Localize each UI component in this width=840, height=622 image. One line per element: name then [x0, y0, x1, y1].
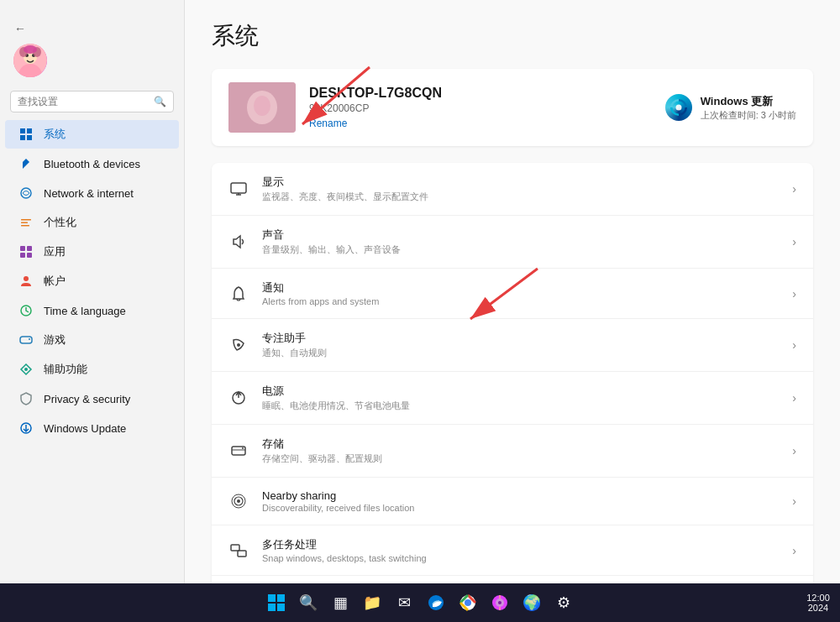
- windows-update-icon: [665, 94, 692, 121]
- search-icon: 🔍: [154, 96, 166, 107]
- windows-update-badge: Windows 更新 上次检查时间: 3 小时前: [665, 94, 796, 122]
- svg-rect-55: [268, 604, 276, 611]
- winupdate-nav-icon: [18, 421, 34, 436]
- svg-point-40: [237, 499, 240, 503]
- svg-point-31: [675, 105, 681, 111]
- taskbar-globe-icon[interactable]: 🌍: [518, 589, 545, 616]
- back-button[interactable]: ←: [7, 15, 34, 42]
- svg-rect-11: [27, 135, 32, 140]
- geren-nav-icon: [18, 215, 34, 230]
- windows-update-subtitle: 上次检查时间: 3 小时前: [701, 109, 796, 122]
- bluetooth-nav-icon: [18, 156, 34, 171]
- svg-rect-15: [21, 225, 29, 227]
- zhanzhu-chevron-icon: ›: [792, 338, 796, 352]
- dianyuan-chevron-icon: ›: [792, 391, 796, 405]
- sidebar-item-network[interactable]: Network & internet: [5, 179, 179, 207]
- settings-item-jihuo[interactable]: 激活激活状态、订阅、产品密钥›: [212, 576, 813, 583]
- taskbar-view-icon[interactable]: ▦: [327, 589, 354, 616]
- taskbar: 🔍 ▦ 📁 ✉: [0, 583, 840, 622]
- svg-rect-17: [27, 246, 32, 251]
- taskbar-media-icon[interactable]: [486, 589, 513, 616]
- xianshi-settings-icon: [228, 179, 249, 199]
- taskbar-settings-icon[interactable]: ⚙: [550, 589, 577, 616]
- svg-point-39: [242, 447, 244, 449]
- sidebar-item-youxi[interactable]: 游戏: [5, 326, 179, 354]
- sidebar-item-label-time: Time & language: [44, 305, 126, 317]
- settings-list: 显示监视器、亮度、夜间模式、显示配置文件›声音音量级别、输出、输入、声音设备›通…: [212, 163, 813, 583]
- xitong-nav-icon: [18, 127, 34, 142]
- svg-rect-53: [268, 594, 276, 602]
- settings-item-subtitle-cunchu: 存储空间、驱动器、配置规则: [262, 452, 779, 465]
- settings-item-cunchu[interactable]: 存储存储空间、驱动器、配置规则›: [212, 425, 813, 478]
- settings-item-tongzhi[interactable]: 通知Alerts from apps and system›: [212, 269, 813, 319]
- tongzhi-chevron-icon: ›: [792, 287, 796, 301]
- settings-item-title-tongzhi: 通知: [262, 280, 779, 295]
- settings-item-title-xianshi: 显示: [262, 175, 779, 190]
- sidebar-item-label-xitong: 系统: [44, 127, 66, 142]
- settings-item-text-xianshi: 显示监视器、亮度、夜间模式、显示配置文件: [262, 175, 779, 203]
- duorenwu-settings-icon: [228, 541, 249, 561]
- settings-item-shengyin[interactable]: 声音音量级别、输出、输入、声音设备›: [212, 216, 813, 269]
- settings-item-text-nearby: Nearby sharingDiscoverability, received …: [262, 489, 779, 513]
- avatar[interactable]: [13, 44, 47, 77]
- sidebar-item-bluetooth[interactable]: Bluetooth & devices: [5, 149, 179, 178]
- svg-point-59: [465, 599, 471, 606]
- settings-item-subtitle-dianyuan: 睡眠、电池使用情况、节省电池电量: [262, 400, 779, 412]
- sidebar-item-label-zhanhu: 帐户: [44, 274, 66, 289]
- settings-item-text-zhanzhu: 专注助手通知、自动规则: [262, 331, 779, 359]
- sidebar-item-yingyong[interactable]: 应用: [5, 238, 179, 266]
- taskbar-windows-icon[interactable]: [263, 589, 290, 616]
- taskbar-edge-icon[interactable]: [423, 589, 449, 616]
- sidebar-item-label-youxi: 游戏: [44, 332, 66, 348]
- taskbar-right: 12:00 2024: [806, 591, 830, 614]
- zhanhu-nav-icon: [18, 274, 34, 289]
- settings-item-subtitle-zhanzhu: 通知、自动规则: [262, 347, 779, 359]
- privacy-nav-icon: [18, 391, 34, 406]
- device-rename-link[interactable]: Rename: [309, 118, 347, 129]
- search-input[interactable]: [18, 96, 149, 107]
- svg-point-35: [237, 343, 240, 347]
- nearby-settings-icon: [228, 491, 249, 511]
- settings-item-title-nearby: Nearby sharing: [262, 489, 779, 502]
- sidebar-item-winupdate[interactable]: Windows Update: [5, 414, 179, 442]
- taskbar-folder-icon[interactable]: 📁: [359, 589, 386, 616]
- youxi-nav-icon: [18, 332, 34, 348]
- sidebar-item-time[interactable]: Time & language: [5, 296, 179, 325]
- sidebar: ←: [0, 0, 185, 583]
- svg-point-20: [24, 276, 29, 281]
- sidebar-item-label-fuzhu: 辅助功能: [44, 362, 87, 377]
- page-title: 系统: [212, 20, 813, 52]
- taskbar-date: 2024: [808, 603, 828, 613]
- svg-rect-18: [20, 253, 25, 258]
- sidebar-item-label-network: Network & internet: [44, 187, 134, 200]
- settings-item-duorenwu[interactable]: 多任务处理Snap windows, desktops, task switch…: [212, 525, 813, 576]
- main-wrapper: 系统 DESKTOP-L7G8CQN 90K20006CP Rename: [185, 0, 840, 583]
- svg-point-29: [254, 96, 270, 116]
- windows-update-title: Windows 更新: [701, 94, 796, 109]
- cunchu-settings-icon: [228, 441, 249, 461]
- settings-item-zhanzhu[interactable]: 专注助手通知、自动规则›: [212, 319, 813, 372]
- svg-rect-8: [20, 128, 25, 133]
- sidebar-item-zhanhu[interactable]: 帐户: [5, 267, 179, 295]
- taskbar-chrome-icon[interactable]: [454, 589, 481, 616]
- settings-item-nearby[interactable]: Nearby sharingDiscoverability, received …: [212, 478, 813, 525]
- settings-item-title-zhanzhu: 专注助手: [262, 331, 779, 346]
- taskbar-mail-icon[interactable]: ✉: [391, 589, 417, 616]
- settings-item-subtitle-xianshi: 监视器、亮度、夜间模式、显示配置文件: [262, 191, 779, 203]
- search-box[interactable]: 🔍: [10, 91, 174, 112]
- svg-rect-16: [20, 246, 25, 251]
- taskbar-search-icon[interactable]: 🔍: [295, 589, 322, 616]
- sidebar-item-fuzhu[interactable]: 辅助功能: [5, 355, 179, 384]
- settings-item-dianyuan[interactable]: 电源睡眠、电池使用情况、节省电池电量›: [212, 372, 813, 425]
- settings-item-xianshi[interactable]: 显示监视器、亮度、夜间模式、显示配置文件›: [212, 163, 813, 216]
- taskbar-time: 12:00: [806, 593, 830, 603]
- svg-rect-14: [21, 222, 28, 224]
- settings-item-text-shengyin: 声音音量级别、输出、输入、声音设备: [262, 227, 779, 256]
- svg-rect-44: [238, 551, 246, 557]
- sidebar-item-label-winupdate: Windows Update: [44, 422, 126, 435]
- sidebar-item-xitong[interactable]: 系统: [5, 120, 179, 149]
- sidebar-item-geren[interactable]: 个性化: [5, 208, 179, 237]
- cunchu-chevron-icon: ›: [792, 444, 796, 457]
- svg-point-7: [24, 45, 37, 54]
- sidebar-item-privacy[interactable]: Privacy & security: [5, 384, 179, 413]
